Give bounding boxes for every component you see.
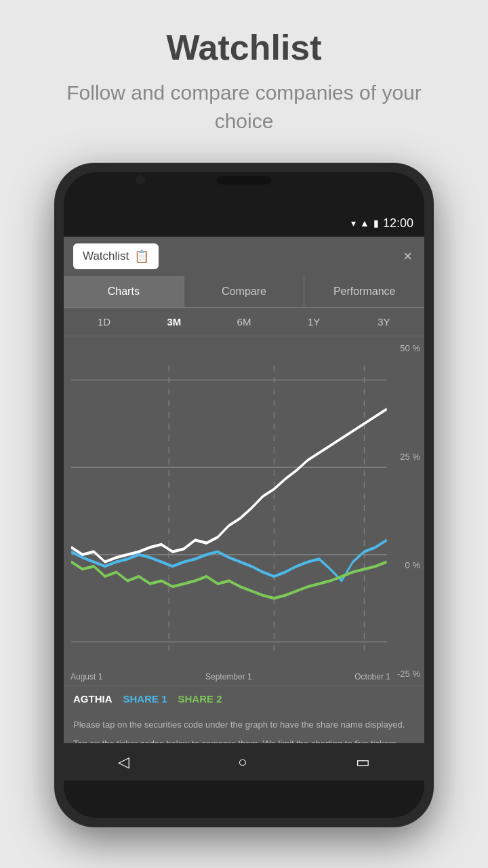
time-btn-3m[interactable]: 3M [140,313,207,330]
app-header: Watchlist 📋 × [64,237,424,276]
phone-inner: ▾ ▲ ▮ 12:00 Watchlist 📋 × [64,172,424,818]
watchlist-badge: Watchlist 📋 [73,243,159,269]
chart-svg [64,336,424,686]
status-time: 12:00 [383,216,413,231]
chart-area: 50 % 25 % 0 % -25 % [64,336,424,686]
chart-x-labels: August 1 September 1 October 1 [70,672,390,682]
phone-screen: ▾ ▲ ▮ 12:00 Watchlist 📋 × [64,210,424,781]
phone-speaker [217,176,271,184]
x-label-aug: August 1 [70,672,102,682]
time-btn-3y[interactable]: 3Y [350,313,418,330]
bottom-navigation: ◁ ○ ▭ [64,743,424,781]
tabs-container: Charts Compare Performance [64,276,424,308]
status-icons: ▾ ▲ ▮ 12:00 [351,216,413,231]
status-bar: ▾ ▲ ▮ 12:00 [64,210,424,237]
page-header: Watchlist Follow and compare companies o… [0,0,488,156]
x-label-oct: October 1 [354,672,390,682]
time-btn-1y[interactable]: 1Y [281,313,348,330]
time-btn-1d[interactable]: 1D [70,313,138,330]
app-content: Watchlist 📋 × Charts Compare [64,237,424,781]
page-title: Watchlist [41,27,447,68]
home-button[interactable]: ○ [232,748,252,776]
legend-share1[interactable]: SHARE 1 [123,693,167,705]
battery-icon: ▮ [373,218,379,229]
watchlist-icon: 📋 [134,249,149,264]
watchlist-badge-text: Watchlist [83,250,129,263]
tab-compare[interactable]: Compare [184,276,305,307]
back-button[interactable]: ◁ [113,748,135,776]
chart-legend: AGTHIA SHARE 1 SHARE 2 [64,686,424,711]
info-text-1: Please tap on the securities code under … [73,718,415,732]
phone-body: ▾ ▲ ▮ 12:00 Watchlist 📋 × [54,163,434,827]
page-subtitle: Follow and compare companies of your cho… [41,79,447,136]
recents-button[interactable]: ▭ [350,748,375,776]
legend-agthia[interactable]: AGTHIA [73,693,113,705]
phone-mockup: ▾ ▲ ▮ 12:00 Watchlist 📋 × [54,163,434,827]
legend-share2[interactable]: SHARE 2 [178,693,222,705]
x-label-sep: September 1 [205,672,252,682]
phone-camera [136,175,145,184]
tab-charts[interactable]: Charts [64,276,184,307]
time-range-selector: 1D 3M 6M 1Y 3Y [64,308,424,336]
close-button[interactable]: × [401,245,415,268]
signal-icon: ▲ [360,218,369,229]
time-btn-6m[interactable]: 6M [210,313,277,330]
tab-performance[interactable]: Performance [304,276,424,307]
wifi-icon: ▾ [351,218,356,229]
